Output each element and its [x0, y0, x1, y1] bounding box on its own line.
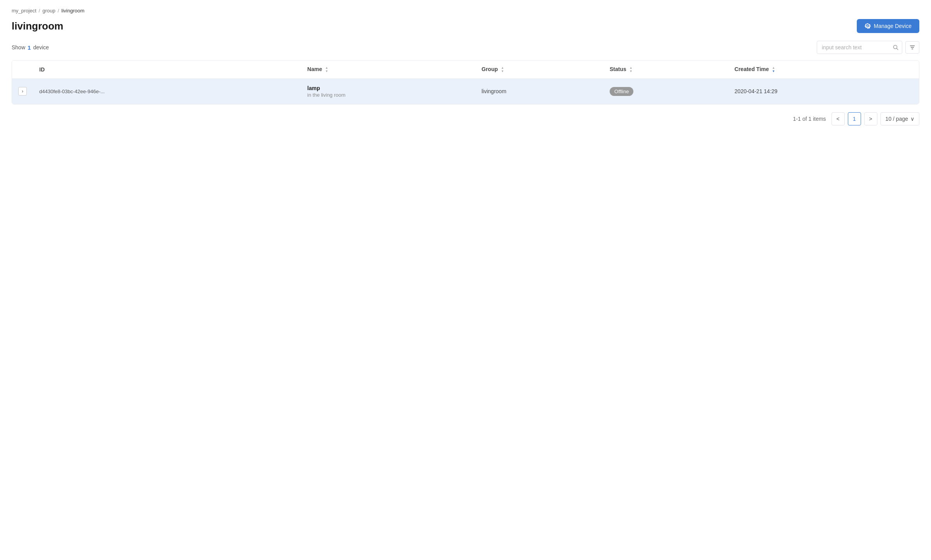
sort-down-icon: ▼ — [629, 70, 633, 73]
device-name-value: lamp — [307, 85, 469, 91]
gear-icon — [865, 23, 871, 29]
device-count-number: 1 — [28, 44, 31, 51]
prev-page-button[interactable]: < — [832, 112, 845, 125]
sort-down-icon: ▼ — [501, 70, 504, 73]
table-body: › d4430fe8-03bc-42ee-946e-... lamp in th… — [12, 78, 919, 104]
page-container: my_project / group / livingroom livingro… — [0, 0, 931, 560]
svg-line-1 — [897, 49, 898, 50]
expand-button[interactable]: › — [18, 87, 27, 96]
breadcrumb: my_project / group / livingroom — [12, 8, 919, 14]
device-group-value: livingroom — [481, 88, 506, 94]
cell-expand: › — [12, 78, 33, 104]
page-size-selector[interactable]: 10 / page ∨ — [880, 112, 919, 125]
pagination-row: 1-1 of 1 items < 1 > 10 / page ∨ — [12, 112, 919, 125]
breadcrumb-item-group[interactable]: group — [42, 8, 55, 14]
col-created-time[interactable]: Created Time ▲ ▼ — [728, 61, 919, 78]
sort-up-icon: ▲ — [772, 66, 775, 70]
col-group[interactable]: Group ▲ ▼ — [475, 61, 603, 78]
pagination-info: 1-1 of 1 items — [793, 116, 826, 122]
filter-button[interactable] — [905, 41, 919, 54]
manage-device-button[interactable]: Manage Device — [857, 19, 919, 33]
manage-device-label: Manage Device — [874, 23, 912, 29]
col-id-label: ID — [39, 66, 45, 73]
search-input[interactable] — [817, 41, 902, 54]
breadcrumb-item-current: livingroom — [61, 8, 84, 14]
cell-group: livingroom — [475, 78, 603, 104]
table-row[interactable]: › d4430fe8-03bc-42ee-946e-... lamp in th… — [12, 78, 919, 104]
current-page-button[interactable]: 1 — [848, 112, 861, 125]
col-status-sort: ▲ ▼ — [629, 66, 633, 73]
breadcrumb-sep-1: / — [39, 8, 40, 14]
cell-status: Offline — [603, 78, 728, 104]
col-name-sort: ▲ ▼ — [325, 66, 328, 73]
filter-icon — [910, 45, 915, 50]
breadcrumb-item-project[interactable]: my_project — [12, 8, 37, 14]
toolbar-row: Show 1 device — [12, 41, 919, 54]
device-count-display: Show 1 device — [12, 44, 49, 51]
sort-down-icon: ▼ — [325, 70, 328, 73]
search-icon — [893, 45, 898, 50]
device-id-value: d4430fe8-03bc-42ee-946e-... — [39, 89, 105, 94]
device-table: ID Name ▲ ▼ Group ▲ ▼ — [12, 61, 919, 104]
device-description: in the living room — [307, 92, 469, 98]
cell-name: lamp in the living room — [301, 78, 475, 104]
page-size-label: 10 / page — [886, 116, 908, 122]
breadcrumb-sep-2: / — [58, 8, 59, 14]
col-id: ID — [33, 61, 301, 78]
device-label: device — [33, 44, 49, 50]
col-group-sort: ▲ ▼ — [501, 66, 504, 73]
search-filter-row — [817, 41, 919, 54]
col-created-time-sort: ▲ ▼ — [772, 66, 775, 73]
device-table-container: ID Name ▲ ▼ Group ▲ ▼ — [12, 60, 919, 104]
page-size-chevron-icon: ∨ — [910, 116, 914, 122]
col-status-label: Status — [610, 66, 626, 72]
sort-up-icon: ▲ — [629, 66, 633, 70]
header-row: livingroom Manage Device — [12, 19, 919, 33]
table-header: ID Name ▲ ▼ Group ▲ ▼ — [12, 61, 919, 78]
search-wrapper — [817, 41, 902, 54]
col-expand — [12, 61, 33, 78]
col-created-time-label: Created Time — [734, 66, 769, 72]
col-status[interactable]: Status ▲ ▼ — [603, 61, 728, 78]
cell-id: d4430fe8-03bc-42ee-946e-... — [33, 78, 301, 104]
sort-up-icon: ▲ — [501, 66, 504, 70]
sort-up-icon: ▲ — [325, 66, 328, 70]
col-name-label: Name — [307, 66, 322, 72]
page-title: livingroom — [12, 20, 63, 32]
col-name[interactable]: Name ▲ ▼ — [301, 61, 475, 78]
col-group-label: Group — [481, 66, 498, 72]
cell-created-time: 2020-04-21 14:29 — [728, 78, 919, 104]
sort-down-active-icon: ▼ — [772, 70, 775, 73]
status-badge: Offline — [610, 87, 633, 96]
search-button[interactable] — [893, 45, 898, 50]
next-page-button[interactable]: > — [864, 112, 877, 125]
show-label: Show — [12, 44, 25, 50]
device-created-time-value: 2020-04-21 14:29 — [734, 88, 778, 94]
